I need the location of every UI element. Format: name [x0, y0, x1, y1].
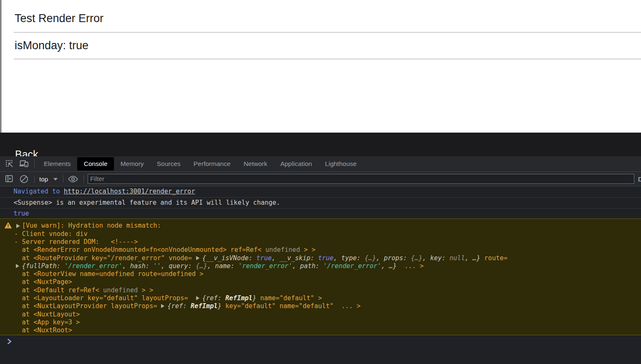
page-footer-band: Back	[0, 133, 641, 156]
page-title: Test Render Error	[15, 13, 103, 24]
context-selector[interactable]: top	[39, 175, 48, 183]
console-prompt-chevron-icon	[7, 338, 12, 345]
warning-line: at <NuxtLayoutProvider layoutProps= {ref…	[14, 302, 641, 310]
expand-triangle-icon[interactable]	[16, 224, 20, 228]
filter-input[interactable]	[88, 174, 634, 184]
console-message-info: <Suspense> is an experimental feature an…	[0, 198, 641, 209]
warning-line: at <App key=3 >	[14, 319, 641, 326]
warning-line: [Vue warn]: Hydration node mismatch:	[14, 222, 641, 230]
tab-network[interactable]: Network	[237, 156, 274, 171]
tab-elements[interactable]: Elements	[37, 156, 77, 171]
devtools-tabbar: ElementsConsoleMemorySourcesPerformanceN…	[0, 156, 641, 172]
warning-line: - Client vnode: div	[14, 230, 641, 238]
expand-triangle-icon[interactable]	[16, 264, 19, 268]
chevron-down-icon[interactable]	[53, 178, 58, 181]
tab-application[interactable]: Application	[274, 156, 318, 171]
warning-line: at <Default ref=Ref< undefined > >	[14, 286, 641, 294]
warning-triangle-icon	[5, 222, 12, 228]
devtools-panel: ElementsConsoleMemorySourcesPerformanceN…	[0, 156, 641, 364]
devtools-tabs: ElementsConsoleMemorySourcesPerformanceN…	[37, 156, 363, 171]
log-levels-dropdown[interactable]: De	[638, 175, 641, 183]
console-message-navigation: Navigated to http://localhost:3001/rende…	[0, 186, 641, 198]
status-line: isMonday: true	[15, 40, 88, 51]
warning-text: [Vue warn]: Hydration node mismatch:- Cl…	[14, 222, 641, 334]
console-prompt[interactable]	[0, 337, 641, 347]
expand-triangle-icon[interactable]	[196, 296, 199, 300]
toolbar-separator	[34, 175, 35, 183]
clear-console-icon[interactable]	[20, 175, 28, 183]
console-toolbar: top De	[0, 172, 641, 187]
back-link[interactable]: Back	[15, 148, 38, 156]
expand-triangle-icon[interactable]	[196, 256, 199, 260]
toggle-device-toolbar-icon[interactable]	[19, 160, 29, 168]
divider	[14, 32, 641, 33]
warning-line: at <NuxtPage>	[14, 278, 641, 286]
expand-triangle-icon[interactable]	[161, 304, 164, 308]
navigation-prefix: Navigated to	[14, 188, 60, 195]
warning-line: at <RenderError onVnodeUnmounted=fn<onVn…	[14, 246, 641, 254]
tab-lighthouse[interactable]: Lighthouse	[318, 156, 363, 171]
toolbar-separator	[34, 159, 35, 168]
warning-line: at <LayoutLoader key="default" layoutPro…	[14, 294, 641, 302]
tab-sources[interactable]: Sources	[150, 156, 187, 171]
tab-memory[interactable]: Memory	[114, 156, 150, 171]
console-messages: Navigated to http://localhost:3001/rende…	[0, 186, 641, 364]
console-message-result: true	[0, 208, 641, 218]
divider	[14, 59, 641, 59]
screenshot-root: { "page": { "heading": "Test Render Erro…	[0, 0, 641, 364]
navigated-url-link[interactable]: http://localhost:3001/render_error	[64, 188, 195, 195]
toolbar-separator	[63, 175, 63, 183]
warning-line: at <NuxtRoot>	[14, 326, 641, 334]
toolbar-separator	[83, 175, 84, 183]
inspect-element-icon[interactable]	[5, 160, 13, 168]
live-expression-eye-icon[interactable]	[68, 176, 78, 183]
warning-line: {fullPath: '/render_error', hash: '', qu…	[14, 262, 641, 270]
tab-performance[interactable]: Performance	[187, 156, 237, 171]
warning-line: at <RouterView name=undefined route=unde…	[14, 270, 641, 278]
window-left-border	[0, 0, 1, 133]
warning-line: at <NuxtLayout>	[14, 311, 641, 319]
console-sidebar-icon[interactable]	[5, 175, 13, 183]
warning-line: - Server rendered DOM: <!---->	[14, 238, 641, 246]
page-content: Test Render Error isMonday: true	[0, 0, 641, 133]
warning-line: at <RouteProvider key="/render_error" vn…	[14, 254, 641, 262]
tab-console[interactable]: Console	[77, 157, 114, 171]
console-warning-message: [Vue warn]: Hydration node mismatch:- Cl…	[0, 218, 641, 335]
